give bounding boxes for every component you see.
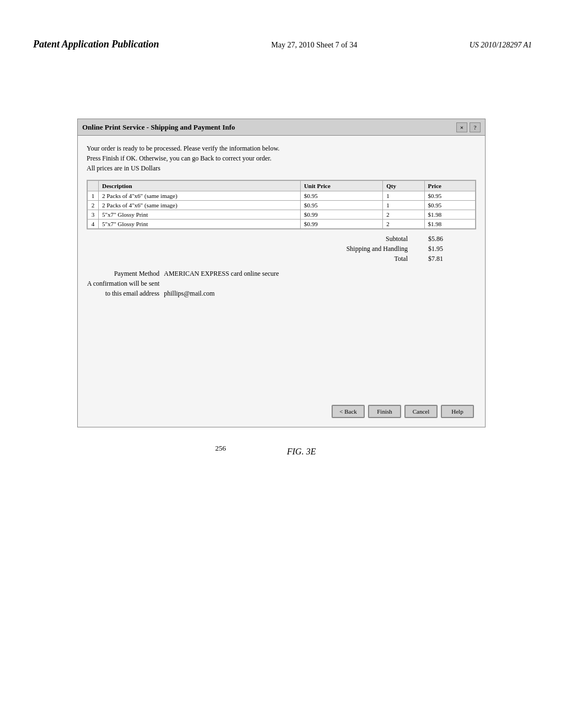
fig-label: FIG. 3E <box>287 447 316 457</box>
row-4-num: 4 <box>88 220 99 229</box>
confirm-sub-row: to this email address phillips@mail.com <box>87 290 476 298</box>
col-unit-price: Unit Price <box>300 181 382 191</box>
publication-number: US 2010/128297 A1 <box>470 41 532 50</box>
col-price: Price <box>424 181 476 191</box>
dialog-content: Your order is ready to be processed. Ple… <box>78 136 485 307</box>
col-num <box>88 181 99 191</box>
payment-section: Payment Method AMERICAN EXPRESS card onl… <box>87 270 476 298</box>
row-3-qty: 2 <box>383 210 424 220</box>
subtotal-label: Subtotal <box>316 235 415 243</box>
row-1-num: 1 <box>88 191 99 201</box>
row-4-desc: 5"x7" Glossy Print <box>99 220 301 229</box>
intro-line-3: All prices are in US Dollars <box>87 163 476 173</box>
payment-method-label: Payment Method <box>87 270 164 278</box>
subtotal-row: Subtotal $5.86 <box>87 235 476 243</box>
page-container: Patent Application Publication May 27, 2… <box>0 0 565 728</box>
intro-line-2: Press Finish if OK. Otherwise, you can g… <box>87 153 476 163</box>
order-table: Description Unit Price Qty Price 1 2 Pac… <box>87 180 476 229</box>
row-3-desc: 5"x7" Glossy Print <box>99 210 301 220</box>
table-row: 2 2 Packs of 4"x6" (same image) $0.95 1 … <box>88 201 476 210</box>
shipping-value: $1.95 <box>415 245 443 253</box>
confirm-row: A confirmation will be sent <box>87 280 476 288</box>
row-3-price: $1.98 <box>424 210 476 220</box>
confirm-label: A confirmation will be sent <box>87 280 164 288</box>
title-bar-buttons: × ? <box>456 122 481 132</box>
col-qty: Qty <box>383 181 424 191</box>
button-row: < Back Finish Cancel Help <box>332 405 474 418</box>
order-table-wrapper: Description Unit Price Qty Price 1 2 Pac… <box>87 180 476 229</box>
table-row: 1 2 Packs of 4"x6" (same image) $0.95 1 … <box>88 191 476 201</box>
help-button[interactable]: Help <box>441 405 474 418</box>
confirm-sub-label: to this email address <box>87 290 164 298</box>
label-256: 256 <box>215 444 226 453</box>
row-4-price: $1.98 <box>424 220 476 229</box>
page-header: Patent Application Publication May 27, 2… <box>0 39 565 50</box>
col-description: Description <box>99 181 301 191</box>
main-dialog: Online Print Service - Shipping and Paym… <box>77 119 486 427</box>
summary-section: Subtotal $5.86 Shipping and Handling $1.… <box>87 235 476 263</box>
row-2-num: 2 <box>88 201 99 210</box>
row-2-unit: $0.95 <box>300 201 382 210</box>
total-label: Total <box>316 255 415 263</box>
row-2-price: $0.95 <box>424 201 476 210</box>
finish-button[interactable]: Finish <box>368 405 401 418</box>
shipping-row: Shipping and Handling $1.95 <box>87 245 476 253</box>
payment-method-row: Payment Method AMERICAN EXPRESS card onl… <box>87 270 476 278</box>
total-row: Total $7.81 <box>87 255 476 263</box>
row-4-qty: 2 <box>383 220 424 229</box>
shipping-label: Shipping and Handling <box>316 245 415 253</box>
dialog-title-bar: Online Print Service - Shipping and Paym… <box>78 119 485 136</box>
dialog-title: Online Print Service - Shipping and Paym… <box>82 123 235 132</box>
cancel-button[interactable]: Cancel <box>404 405 438 418</box>
row-1-price: $0.95 <box>424 191 476 201</box>
row-3-num: 3 <box>88 210 99 220</box>
publication-title: Patent Application Publication <box>33 39 159 50</box>
row-1-desc: 2 Packs of 4"x6" (same image) <box>99 191 301 201</box>
email-value: phillips@mail.com <box>164 290 215 298</box>
table-row: 4 5"x7" Glossy Print $0.99 2 $1.98 <box>88 220 476 229</box>
total-value: $7.81 <box>415 255 443 263</box>
row-2-qty: 1 <box>383 201 424 210</box>
table-row: 3 5"x7" Glossy Print $0.99 2 $1.98 <box>88 210 476 220</box>
row-4-unit: $0.99 <box>300 220 382 229</box>
close-button[interactable]: × <box>456 122 467 132</box>
row-1-unit: $0.95 <box>300 191 382 201</box>
payment-method-value: AMERICAN EXPRESS card online secure <box>164 270 279 278</box>
subtotal-value: $5.86 <box>415 235 443 243</box>
row-3-unit: $0.99 <box>300 210 382 220</box>
row-2-desc: 2 Packs of 4"x6" (same image) <box>99 201 301 210</box>
intro-line-1: Your order is ready to be processed. Ple… <box>87 143 476 153</box>
row-1-qty: 1 <box>383 191 424 201</box>
help-title-button[interactable]: ? <box>470 122 481 132</box>
intro-text: Your order is ready to be processed. Ple… <box>87 143 476 173</box>
back-button[interactable]: < Back <box>332 405 365 418</box>
publication-date-sheet: May 27, 2010 Sheet 7 of 34 <box>271 41 358 50</box>
